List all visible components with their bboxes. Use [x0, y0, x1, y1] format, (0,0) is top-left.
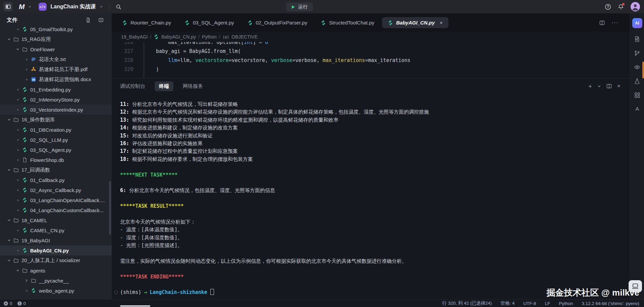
code-editor[interactable]: 326 max_iterations: Optional[int] = 6327… — [112, 42, 630, 78]
git-status-dot — [24, 69, 29, 70]
tree-item[interactable]: 15_RAG应用 — [0, 34, 112, 44]
beaker-icon[interactable] — [634, 78, 640, 84]
indent-setting[interactable]: 空格: 4 — [500, 300, 515, 306]
tree-item[interactable]: 16_操作数据库 — [0, 115, 112, 125]
tree-item[interactable]: weibo_agent.py — [0, 286, 112, 296]
add-terminal-icon[interactable]: + — [588, 83, 592, 89]
tree-item[interactable]: 花语大全.txt — [0, 54, 112, 64]
tree-item[interactable]: 03_LangChainOpenAICallback.... — [0, 195, 112, 205]
divider — [109, 4, 110, 9]
chevron-right-icon[interactable] — [24, 278, 29, 283]
search-icon[interactable] — [116, 4, 121, 10]
tree-item[interactable]: 01_DBCreation.py — [0, 125, 112, 135]
tree-item[interactable]: 02_InMemoryStore.py — [0, 95, 112, 105]
tree-item[interactable]: 01_Embedding.py — [0, 84, 112, 95]
editor-tab[interactable]: 02_OutputFixParser.py — [242, 17, 313, 28]
editor-tab[interactable]: StructedToolChat.py — [315, 17, 380, 28]
sidebar-scrollbar[interactable] — [109, 181, 111, 235]
tree-item[interactable]: __pycache__ — [0, 275, 112, 286]
language-mode[interactable]: Python — [559, 301, 573, 306]
tree-item[interactable]: 01_Callback.py — [0, 175, 112, 185]
tree-item[interactable]: BabyAGI_CN.py — [0, 245, 112, 255]
problems-warnings[interactable]: 0 — [17, 301, 26, 306]
tree-item[interactable]: agents — [0, 265, 112, 275]
eye-icon[interactable] — [634, 64, 640, 70]
tree-item[interactable]: 03_SQL_Agent.py — [0, 145, 112, 155]
eol-setting[interactable]: LF — [545, 301, 550, 306]
chevron-down-icon[interactable] — [7, 218, 11, 222]
breadcrumb-item[interactable]: BabyAGI_CN.py — [161, 34, 196, 40]
docx-icon: W — [31, 77, 36, 82]
run-button[interactable]: 运行 — [286, 2, 313, 11]
chevron-down-icon[interactable] — [15, 268, 20, 272]
close-icon[interactable]: × — [440, 20, 443, 25]
avatar[interactable] — [631, 2, 640, 11]
app-logo: M — [19, 3, 24, 11]
sidebar-toggle-button[interactable] — [3, 2, 13, 11]
tree-item[interactable]: 18_CAMEL — [0, 215, 112, 225]
tree-item[interactable]: 02_SQL_LLM.py — [0, 135, 112, 145]
split-editor-icon[interactable] — [599, 20, 605, 25]
tree-item[interactable]: 04_LangChainCustomCallback... — [0, 205, 112, 215]
cursor-position[interactable]: 行 320, 列 42 (已选择24) — [442, 300, 492, 306]
problems-errors[interactable]: 0 — [3, 301, 12, 306]
chevron-down-icon[interactable] — [7, 37, 11, 41]
bell-icon[interactable] — [618, 4, 624, 10]
chevron-down-icon[interactable] — [7, 258, 11, 262]
terminal-output[interactable]: 11: 分析北京市今天的气候情况，写出鲜花储存策略12: 根据北京市今天的气候情… — [112, 94, 630, 297]
code-line[interactable]: 326 max_iterations: Optional[int] = 6 — [112, 42, 630, 47]
panel-tab[interactable]: 网络服务 — [183, 83, 203, 89]
close-panel-icon[interactable]: × — [617, 83, 621, 89]
editor-tab[interactable]: 03_SQL_Agent.py — [179, 17, 240, 28]
breadcrumb[interactable]: 19_BabyAGI/BabyAGI_CN.py/Python/[@]OBJEC… — [112, 32, 630, 42]
tree-item-label: 03_LangChainOpenAICallback.... — [30, 197, 105, 203]
tree-item[interactable]: FlowerShop.db — [0, 155, 112, 165]
chevron-down-icon[interactable] — [7, 168, 11, 172]
python-icon — [22, 87, 28, 92]
chevron-down-icon[interactable] — [15, 47, 20, 51]
tree-item-label: 易速鲜花运营指南.docx — [39, 76, 91, 83]
interpreter[interactable]: 3.12.2 64-bit ('shims': pyenv) — [582, 301, 639, 306]
split-panel-icon[interactable] — [606, 83, 612, 89]
tree-item[interactable]: CAMEL_CN.py — [0, 225, 112, 235]
chevron-down-icon[interactable] — [99, 5, 103, 9]
tree-item[interactable]: 19_BabyAGI — [0, 235, 112, 245]
chevron-down-icon[interactable] — [597, 84, 601, 88]
breadcrumb-item[interactable]: OBJECTIVE — [231, 34, 258, 40]
horizontal-scrollbar[interactable] — [120, 305, 150, 307]
ai-assistant-icon[interactable]: AI — [632, 18, 642, 28]
new-folder-icon[interactable] — [98, 17, 104, 23]
chevron-down-icon[interactable] — [7, 238, 11, 242]
chevron-down-icon[interactable] — [28, 5, 32, 9]
python-icon — [248, 20, 253, 25]
encoding[interactable]: UTF-8 — [523, 301, 536, 306]
code-line[interactable]: 329) — [112, 65, 630, 74]
more-actions-icon[interactable]: ··· — [611, 19, 619, 26]
code-line[interactable]: 328 llm=llm, vectorstore=vectorstore, ve… — [112, 56, 630, 65]
breadcrumb-item[interactable]: Python — [202, 34, 217, 40]
git-branch-icon[interactable] — [634, 50, 640, 56]
breadcrumb-item[interactable]: 19_BabyAGI — [121, 34, 148, 40]
tree-item[interactable]: 20_人脉工具上 / socializer — [0, 255, 112, 265]
editor-tab[interactable]: Rounter_Chain.py — [116, 17, 177, 28]
file-search-icon[interactable] — [634, 36, 640, 42]
grid-icon[interactable] — [634, 92, 640, 98]
project-name[interactable]: LangChain 实战课 — [51, 3, 96, 10]
tree-item[interactable]: 02_Async_Callback.py — [0, 185, 112, 195]
tree-item[interactable]: 03_VectorstoreIndex.py — [0, 105, 112, 115]
run-label: 运行 — [298, 4, 308, 10]
help-icon[interactable]: ? — [605, 4, 611, 10]
tree-item[interactable]: OneFlower — [0, 44, 112, 54]
tree-item[interactable]: 17_回调函数 — [0, 165, 112, 175]
chevron-down-icon[interactable] — [7, 118, 11, 122]
code-line[interactable]: 327baby_agi = BabyAGI.from_llm( — [112, 47, 630, 56]
folder-icon — [22, 47, 28, 52]
tree-item[interactable]: W易速鲜花运营指南.docx — [0, 74, 112, 84]
folder-icon — [13, 238, 19, 243]
tree-item[interactable]: 易速鲜花员工手册.pdf — [0, 64, 112, 74]
editor-tab[interactable]: BabyAGI_CN.py× — [382, 17, 448, 28]
panel-tab[interactable]: 调试控制台 — [120, 83, 145, 89]
panel-tab[interactable]: 终端 — [155, 81, 173, 91]
font-icon[interactable] — [634, 106, 640, 112]
new-file-icon[interactable] — [86, 17, 91, 23]
